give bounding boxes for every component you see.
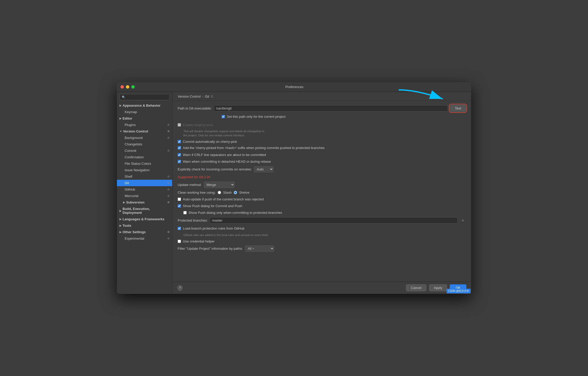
settings-icon: ⚙ xyxy=(167,175,170,178)
sidebar-item-label: Other Settings xyxy=(123,230,146,234)
update-method-label: Update method: xyxy=(178,183,202,187)
titlebar: Preferences xyxy=(117,82,471,92)
detached-checkbox[interactable] xyxy=(178,160,181,163)
sidebar-item-commit[interactable]: Commit ⚙ xyxy=(117,147,172,154)
sidebar-item-editor[interactable]: ▶ Editor xyxy=(117,115,172,122)
crlf-row: Warn if CRLF line separators are about t… xyxy=(178,153,466,157)
clear-button[interactable]: ✕ xyxy=(460,218,466,223)
sidebar-item-issue-navigation[interactable]: Issue Navigation xyxy=(117,167,172,173)
enable-staging-checkbox[interactable] xyxy=(178,123,181,127)
preferences-window: Preferences 🔍 ▶ Appearance & Behavior Ke… xyxy=(117,82,471,294)
footer: ? Cancel Apply OK xyxy=(172,281,471,294)
sidebar-item-label: Plugins xyxy=(125,123,136,127)
sidebar-item-keymap[interactable]: Keymap xyxy=(117,109,172,115)
filter-select[interactable]: All ÷ Changed files None xyxy=(245,245,274,252)
incoming-commits-row: Explicitly check for incoming commits on… xyxy=(178,166,466,173)
git-path-label: Path to Git executable: xyxy=(178,106,212,110)
settings-icon: ⚙ xyxy=(167,182,170,184)
credential-label: Use credential helper xyxy=(183,239,215,244)
main-content: Path to Git executable: Test Set this pa… xyxy=(172,101,471,281)
sidebar-item-shelf[interactable]: Shelf ⚙ xyxy=(117,173,172,180)
sidebar-item-github[interactable]: GitHub ⚙ xyxy=(117,186,172,193)
search-icon: 🔍 xyxy=(122,96,125,99)
hash-suffix-checkbox[interactable] xyxy=(178,146,181,150)
menu-icon[interactable]: ☰ xyxy=(211,95,213,98)
update-method-row: Update method: Merge Rebase Branch Defau… xyxy=(178,182,466,188)
filter-label: Filter "Update Project" information by p… xyxy=(178,247,243,250)
settings-icon: ⚙ xyxy=(167,123,170,126)
settings-icon: ⚙ xyxy=(167,194,170,197)
sidebar: 🔍 ▶ Appearance & Behavior Keymap ▶ Edito… xyxy=(117,92,172,294)
settings-icon: ⚙ xyxy=(167,149,170,152)
footer-left: ? xyxy=(177,285,403,291)
search-box[interactable]: 🔍 xyxy=(119,94,170,100)
sidebar-item-experimental[interactable]: Experimental ⚙ xyxy=(117,235,172,242)
sidebar-item-label: Build, Execution, Deployment xyxy=(123,207,170,215)
stash-radio[interactable] xyxy=(218,191,221,194)
sidebar-item-label: Commit xyxy=(125,149,136,153)
sidebar-item-languages[interactable]: ▶ Languages & Frameworks xyxy=(117,216,172,222)
sidebar-item-file-status-colors[interactable]: File Status Colors xyxy=(117,160,172,167)
credential-checkbox[interactable] xyxy=(178,240,181,243)
sidebar-item-label: Version Control xyxy=(123,129,148,133)
crlf-checkbox[interactable] xyxy=(178,153,181,156)
show-push-checkbox[interactable] xyxy=(178,204,181,208)
git-path-input[interactable] xyxy=(214,105,448,112)
breadcrumb-part1: Version Control xyxy=(178,95,201,98)
enable-staging-subtext: This will disable changelists support an… xyxy=(183,129,466,137)
sidebar-item-version-control[interactable]: ▼ Version Control ⚙ xyxy=(117,128,172,135)
sidebar-item-background[interactable]: Background ⚙ xyxy=(117,135,172,141)
help-button[interactable]: ? xyxy=(177,285,183,291)
protected-branches-row: Protected branches: ✕ xyxy=(178,217,466,224)
settings-icon: ⚙ xyxy=(167,136,170,139)
settings-icon: ⚙ xyxy=(167,130,170,133)
settings-icon: ⚙ xyxy=(167,231,170,233)
auto-update-checkbox[interactable] xyxy=(178,198,181,201)
sidebar-item-plugins[interactable]: Plugins ⚙ xyxy=(117,122,172,128)
protected-branches-input[interactable] xyxy=(210,217,458,224)
apply-button[interactable]: Apply xyxy=(429,284,447,291)
chevron-right-icon: ▶ xyxy=(119,117,122,120)
watermark: CSDN @旺仔大牛 xyxy=(447,289,471,293)
git-path-row: Path to Git executable: Test xyxy=(178,105,466,112)
set-path-checkbox[interactable] xyxy=(222,115,225,118)
sidebar-item-appearance[interactable]: ▶ Appearance & Behavior xyxy=(117,102,172,109)
load-branch-checkbox[interactable] xyxy=(178,227,181,230)
cherry-pick-checkbox[interactable] xyxy=(178,140,181,143)
show-push-only-checkbox[interactable] xyxy=(183,211,187,214)
settings-icon: ⚙ xyxy=(167,237,170,240)
sidebar-item-build[interactable]: ▶ Build, Execution, Deployment xyxy=(117,206,172,216)
sidebar-item-tools[interactable]: ▶ Tools xyxy=(117,222,172,229)
sidebar-item-label: Git xyxy=(125,181,129,185)
settings-icon: ⚙ xyxy=(167,188,170,191)
sidebar-item-changelists[interactable]: Changelists xyxy=(117,141,172,147)
sidebar-item-label: Editor xyxy=(123,116,132,120)
enable-staging-label: Enable staging area xyxy=(183,123,213,127)
github-rules-subtext: GitHub rules are added to the local rule… xyxy=(183,233,466,237)
test-button[interactable]: Test xyxy=(450,105,466,112)
enable-staging-row: Enable staging area xyxy=(178,123,466,127)
sidebar-item-git[interactable]: Git ⚙ xyxy=(117,180,172,186)
update-method-select[interactable]: Merge Rebase Branch Default xyxy=(204,182,235,188)
show-push-row: Show Push dialog for Commit and Push xyxy=(178,204,466,208)
sidebar-item-other-settings[interactable]: ▶ Other Settings ⚙ xyxy=(117,229,172,235)
chevron-right-icon: ▶ xyxy=(119,209,122,212)
supported-text: Supported for Git 2.9+ xyxy=(178,175,466,179)
clean-tree-row: Clean working tree using: Stash Shelve xyxy=(178,191,466,194)
cherry-pick-row: Commit automatically on cherry-pick xyxy=(178,139,466,144)
cancel-button[interactable]: Cancel xyxy=(406,284,426,291)
sidebar-item-label: Shelf xyxy=(125,175,132,178)
search-input[interactable] xyxy=(127,95,167,99)
incoming-select[interactable]: Auto Always Never xyxy=(254,166,274,173)
sidebar-item-subversion[interactable]: ▶ Subversion ⚙ xyxy=(117,199,172,206)
incoming-label: Explicitly check for incoming commits on… xyxy=(178,167,252,171)
sidebar-item-confirmation[interactable]: Confirmation xyxy=(117,154,172,160)
protected-branches-label: Protected branches: xyxy=(178,218,208,222)
sidebar-item-label: Subversion xyxy=(126,200,145,204)
sidebar-item-label: Background xyxy=(125,136,142,140)
sidebar-item-mercurial[interactable]: Mercurial ⚙ xyxy=(117,193,172,199)
chevron-right-icon: ▶ xyxy=(119,231,122,233)
shelve-radio[interactable] xyxy=(234,191,237,194)
auto-update-label: Auto-update if push of the current branc… xyxy=(183,197,264,202)
crlf-label: Warn if CRLF line separators are about t… xyxy=(183,153,266,157)
